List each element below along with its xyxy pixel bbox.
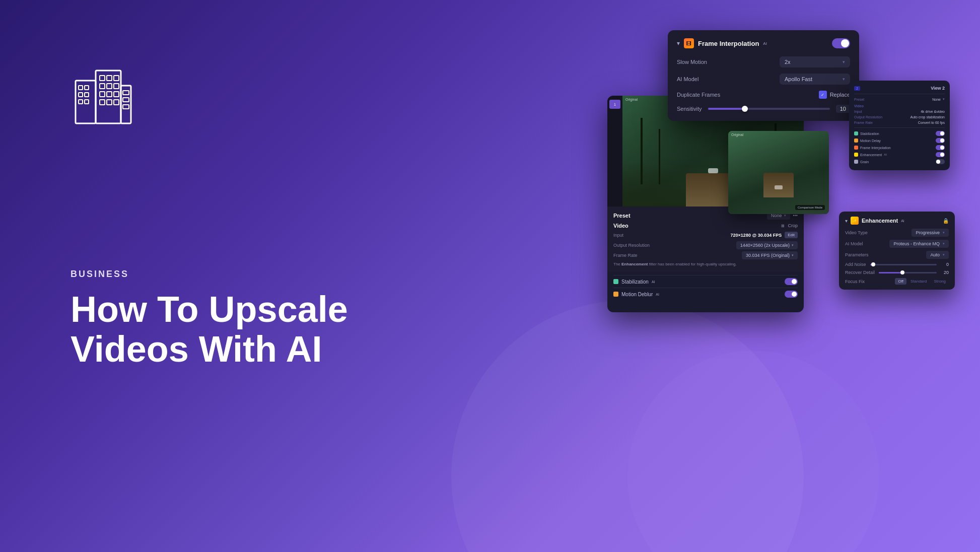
frame-interp-icon: 🎞	[684, 38, 694, 48]
stabilization-preset-dot	[854, 131, 858, 135]
output-res-select[interactable]: 1440×2560 (2x Upscale) ▾	[736, 241, 798, 249]
stabilization-ai-badge: AI	[652, 280, 655, 284]
enh-ai-model-row: AI Model Proteus - Enhance MQ ▾	[845, 240, 949, 248]
enhancement-title: Enhancement	[862, 218, 898, 224]
enhancement-preset-name: Enhancement	[860, 153, 882, 157]
framerate-row-preset: Frame Rate Convert to 60 fps	[854, 120, 945, 125]
stabilization-toggle[interactable]	[785, 278, 798, 285]
recover-detail-slider[interactable]	[879, 272, 937, 273]
enhancement-icon: ✨	[851, 217, 859, 225]
grain-preset-toggle[interactable]	[936, 159, 945, 164]
preset-badge: 2	[854, 86, 860, 91]
crop-button[interactable]: Crop	[788, 223, 798, 228]
ai-model-select[interactable]: Apollo Fast ▾	[780, 74, 850, 85]
svg-rect-5	[79, 93, 83, 97]
recover-detail-fill	[879, 272, 902, 273]
input-row: Input 720×1280 @ 30.034 FPS Edit	[613, 232, 798, 238]
focus-strong-btn[interactable]: Strong	[931, 278, 949, 285]
slow-motion-row: Slow Motion 2x ▾	[677, 56, 850, 67]
stabilization-preset-knob	[940, 131, 944, 135]
panel-tab-1[interactable]: 1	[609, 100, 620, 109]
ai-model-label: AI Model	[677, 76, 698, 82]
original-label: Original	[625, 98, 638, 101]
svg-rect-13	[107, 84, 112, 89]
output-row-preset: Output Resolution Auto crop stabilizatio…	[854, 114, 945, 120]
input-value: 720×1280 @ 30.034 FPS	[731, 233, 782, 238]
video-type-select[interactable]: Progressive ▾	[912, 229, 949, 237]
preset-key-row: Preset None ▾	[854, 96, 945, 102]
enh-ai-model-label: AI Model	[845, 241, 863, 246]
stabilization-preset-toggle[interactable]	[936, 131, 945, 136]
frame-interp-header: ▾ 🎞 Frame Interpolation AI	[677, 38, 850, 48]
frame-interp-preset-knob	[940, 146, 944, 150]
comparison-mode-btn[interactable]: Comparison Mode	[795, 205, 825, 210]
motion-deblur-preset-knob	[940, 139, 944, 143]
duplicate-frames-label: Duplicate Frames	[677, 92, 720, 98]
slow-motion-label: Slow Motion	[677, 59, 707, 65]
output-val: Auto crop stabilization	[911, 115, 945, 119]
sensitivity-slider-fill	[708, 108, 745, 110]
frame-rate-row: Frame Rate 30.034 FPS (Original) ▾	[613, 251, 798, 259]
svg-rect-17	[114, 92, 119, 97]
slow-motion-select[interactable]: 2x ▾	[780, 56, 850, 67]
video-section-row: Video ⊞ Crop	[613, 223, 798, 229]
recover-detail-thumb	[900, 270, 904, 274]
parameters-row: Parameters Auto ▾	[845, 251, 949, 259]
stabilization-preset-row: Stabilization	[854, 130, 945, 137]
building-icon	[71, 60, 136, 126]
frame-rate-label: Frame Rate	[613, 253, 638, 258]
edit-button[interactable]: Edit	[785, 232, 798, 238]
input-row-preset: Input 4k drive &video	[854, 109, 945, 114]
frame-interp-preset-left: Frame Interpolation	[854, 146, 891, 150]
fps-val: Convert to 60 fps	[918, 121, 945, 124]
video-section-label-preset: Video	[854, 104, 945, 108]
focus-fix-row: Focus Fix Off Standard Strong	[845, 278, 949, 285]
enhancement-title-row: ▾ ✨ Enhancement AI	[845, 217, 904, 225]
motion-deblur-preset-toggle[interactable]	[936, 138, 945, 143]
add-noise-thumb	[871, 262, 875, 266]
motion-deblur-toggle[interactable]	[785, 291, 798, 298]
video-type-row: Video Type Progressive ▾	[845, 229, 949, 237]
video-left-panel: 1	[607, 96, 622, 206]
preset-arrow: ▾	[943, 97, 945, 101]
stabilization-toggle-knob	[792, 279, 797, 284]
frame-interp-toggle[interactable]	[832, 38, 850, 48]
motion-deblur-preset-name: Motion Delay	[860, 139, 881, 143]
focus-standard-btn[interactable]: Standard	[907, 278, 930, 285]
svg-rect-6	[85, 93, 89, 97]
enhancement-preset-toggle[interactable]	[936, 152, 945, 157]
replace-label: Replace	[830, 92, 850, 98]
sensitivity-value: 10	[836, 105, 850, 113]
svg-rect-3	[79, 86, 83, 90]
preset-panel: 2 View 2 Preset None ▾ Video Input 4k dr…	[849, 81, 950, 170]
sensitivity-slider[interactable]	[708, 108, 830, 110]
sensitivity-row: Sensitivity 10	[677, 105, 850, 113]
motion-deblur-left: Motion Deblur AI	[613, 292, 659, 297]
add-noise-value: 0	[941, 262, 949, 267]
duplicate-frames-checkbox[interactable]: ✓	[819, 91, 827, 99]
frame-interp-ai-badge: AI	[763, 41, 767, 46]
enhancement-note: The Enhancement filter has been enabled …	[613, 261, 798, 267]
duplicate-frames-row: Duplicate Frames ✓ Replace	[677, 91, 850, 99]
crop-icon-label: ⊞	[781, 224, 785, 228]
parameters-select[interactable]: Auto ▾	[926, 251, 949, 259]
video-section-label: Video	[613, 223, 628, 229]
focus-fix-buttons: Off Standard Strong	[895, 278, 949, 285]
video-type-label: Video Type	[845, 230, 868, 235]
ai-model-row: AI Model Apollo Fast ▾	[677, 74, 850, 85]
add-noise-slider[interactable]	[870, 264, 937, 265]
frame-interp-preset-toggle[interactable]	[936, 145, 945, 150]
grain-preset-knob	[936, 160, 940, 164]
frame-interp-preset-row: Frame Interpolation	[854, 144, 945, 151]
frame-interp-preset-name: Frame Interpolation	[860, 146, 891, 150]
frame-rate-select[interactable]: 30.034 FPS (Original) ▾	[742, 251, 798, 259]
svg-rect-19	[107, 100, 112, 105]
input-key: Input	[854, 110, 862, 113]
focus-off-btn[interactable]: Off	[895, 278, 906, 285]
svg-rect-23	[123, 105, 129, 109]
focus-fix-label: Focus Fix	[845, 279, 865, 284]
grain-preset-name: Grain	[860, 160, 869, 164]
svg-rect-12	[100, 84, 105, 89]
enhancement-preset-knob	[940, 153, 944, 157]
enh-ai-model-select[interactable]: Proteus - Enhance MQ ▾	[889, 240, 949, 248]
